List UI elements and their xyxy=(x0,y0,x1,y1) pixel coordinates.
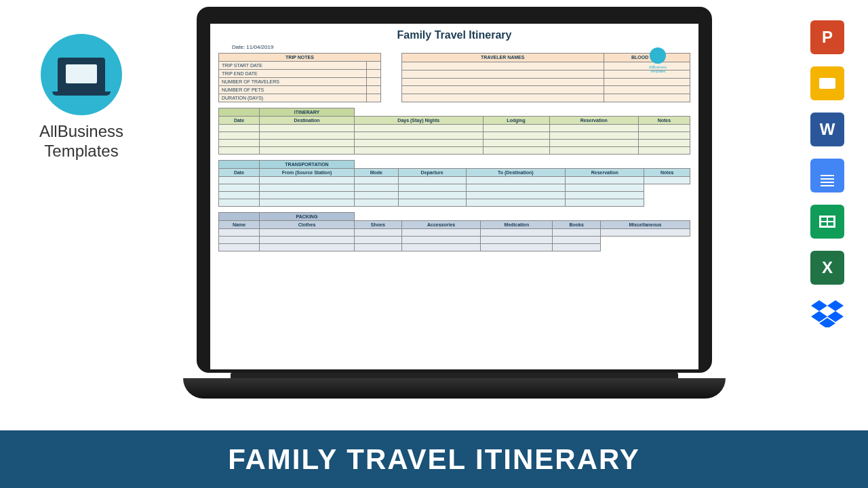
laptop-icon xyxy=(58,58,105,92)
word-icon: W xyxy=(810,113,844,146)
trip-notes-table: TRIP NOTES TRIP START DATE TRIP END DATE… xyxy=(218,53,381,102)
google-sheets-icon xyxy=(810,205,844,239)
transportation-table: TRANSPORTATION DateFrom (Source Station)… xyxy=(218,160,690,207)
dropbox-icon xyxy=(810,297,844,331)
banner-title: FAMILY TRAVEL ITINERARY xyxy=(228,443,640,476)
brand-name: AllBusinessTemplates xyxy=(27,122,136,161)
brand-logo-left: AllBusinessTemplates xyxy=(27,34,136,161)
google-slides-icon xyxy=(810,66,844,100)
itinerary-table: ITINERARY DateDestinationDays (Stay) Nig… xyxy=(218,108,690,155)
document-date: Date: 11/04/2019 xyxy=(232,44,690,50)
app-icons-column: P W X xyxy=(810,20,848,331)
packing-table: PACKING NameClothesShoesAccessoriesMedic… xyxy=(218,212,690,251)
document-preview: AllBusiness Templates Family Travel Itin… xyxy=(210,24,698,369)
google-docs-icon xyxy=(810,159,844,192)
title-banner: FAMILY TRAVEL ITINERARY xyxy=(0,430,868,488)
document-brand-logo: AllBusiness Templates xyxy=(644,47,671,73)
laptop-mockup: AllBusiness Templates Family Travel Itin… xyxy=(183,7,726,413)
excel-icon: X xyxy=(810,251,844,285)
brand-logo-circle-icon xyxy=(41,34,122,115)
powerpoint-icon: P xyxy=(810,20,844,54)
document-title: Family Travel Itinerary xyxy=(218,29,690,41)
